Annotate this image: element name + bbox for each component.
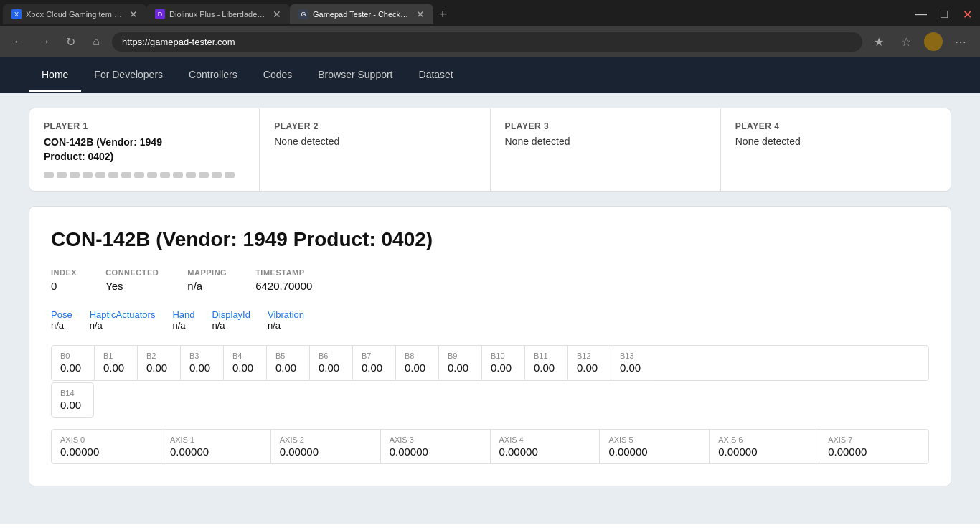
- tab-1-close[interactable]: ✕: [129, 9, 138, 20]
- mapping-value: n/a: [187, 280, 227, 292]
- mapping-label: MAPPING: [187, 268, 227, 277]
- button-b5: B5 0.00: [267, 346, 310, 380]
- player-card-1[interactable]: PLAYER 1 CON-142B (Vendor: 1949 Product:…: [29, 108, 260, 191]
- window-controls: — □ ✕: [911, 4, 977, 24]
- dot: [173, 172, 183, 178]
- axis-3: AXIS 3 0.00000: [381, 430, 491, 463]
- info-timestamp: TIMESTAMP 6420.70000: [255, 268, 312, 292]
- close-button[interactable]: ✕: [957, 4, 977, 24]
- buttons-b14-row: B14 0.00: [51, 382, 929, 418]
- prop-displayid[interactable]: DisplayIdn/a: [212, 309, 250, 331]
- profile-icon[interactable]: [923, 31, 944, 52]
- dot: [134, 172, 144, 178]
- back-button[interactable]: ←: [9, 32, 29, 52]
- index-label: INDEX: [51, 268, 77, 277]
- gamepad-info: CON-142B (Vendor: 1949 Product: 0402) IN…: [29, 206, 951, 486]
- dot: [199, 172, 209, 178]
- button-b4: B4 0.00: [224, 346, 267, 380]
- avatar: [924, 32, 943, 51]
- prop-vibration[interactable]: Vibrationn/a: [268, 309, 304, 331]
- button-b9: B9 0.00: [439, 346, 482, 380]
- page-wrapper: PLAYER 1 CON-142B (Vendor: 1949 Product:…: [0, 93, 980, 528]
- player-cards: PLAYER 1 CON-142B (Vendor: 1949 Product:…: [29, 108, 951, 192]
- axes-section: AXIS 0 0.00000 AXIS 1 0.00000 AXIS 2 0.0…: [51, 429, 929, 464]
- axis-0: AXIS 0 0.00000: [52, 430, 161, 463]
- nav-codes[interactable]: Codes: [250, 59, 305, 92]
- index-value: 0: [51, 280, 77, 292]
- dot: [95, 172, 105, 178]
- prop-hand[interactable]: Handn/a: [172, 309, 194, 331]
- timestamp-value: 6420.70000: [255, 280, 312, 292]
- prop-links: Posen/a HapticActuatorsn/a Handn/a Displ…: [51, 309, 929, 331]
- tab-3-favicon: G: [298, 9, 308, 19]
- info-index: INDEX 0: [51, 268, 77, 292]
- button-b1: B1 0.00: [95, 346, 138, 380]
- dot: [212, 172, 222, 178]
- dot: [108, 172, 118, 178]
- tab-3-close[interactable]: ✕: [416, 9, 425, 20]
- player-1-name: CON-142B (Vendor: 1949 Product: 0402): [44, 136, 245, 164]
- player-1-label: PLAYER 1: [44, 121, 245, 131]
- player-2-none: None detected: [274, 136, 475, 147]
- prop-haptic[interactable]: HapticActuatorsn/a: [90, 309, 156, 331]
- info-grid: INDEX 0 CONNECTED Yes MAPPING n/a TIMEST…: [51, 268, 929, 292]
- nav-home[interactable]: Home: [29, 59, 81, 92]
- new-tab-button[interactable]: +: [433, 7, 453, 22]
- dot: [57, 172, 67, 178]
- info-mapping: MAPPING n/a: [187, 268, 227, 292]
- connected-label: CONNECTED: [105, 268, 159, 277]
- player-card-2[interactable]: PLAYER 2 None detected: [260, 108, 490, 191]
- nav-links: Home For Developers Controllers Codes Br…: [29, 59, 466, 92]
- address-bar: ← → ↻ ⌂ ★ ☆ ⋯: [0, 26, 980, 57]
- player-1-dots: [44, 172, 245, 178]
- player-3-none: None detected: [505, 136, 706, 147]
- button-b13: B13 0.00: [611, 346, 654, 380]
- dot: [44, 172, 54, 178]
- tab-3[interactable]: G Gamepad Tester - Check Cont... ✕: [290, 4, 433, 24]
- button-b0: B0 0.00: [52, 346, 95, 380]
- favorites-icon[interactable]: ☆: [895, 31, 917, 52]
- tab-1-title: Xbox Cloud Gaming tem grán...: [26, 10, 122, 19]
- menu-button[interactable]: ⋯: [950, 31, 971, 52]
- nav-controllers[interactable]: Controllers: [176, 59, 250, 92]
- player-3-label: PLAYER 3: [505, 121, 706, 131]
- dot: [70, 172, 80, 178]
- button-b10: B10 0.00: [482, 346, 525, 380]
- toolbar-icons: ★ ☆ ⋯: [868, 31, 971, 52]
- button-b8: B8 0.00: [396, 346, 439, 380]
- button-b11: B11 0.00: [525, 346, 568, 380]
- dot: [121, 172, 131, 178]
- nav-dataset[interactable]: Dataset: [406, 59, 466, 92]
- tab-2-title: Diolinux Plus - Liberdade de...: [169, 10, 265, 19]
- buttons-grid: B0 0.00 B1 0.00 B2 0.00 B3 0.00: [51, 345, 929, 381]
- button-b2: B2 0.00: [138, 346, 181, 380]
- player-card-3[interactable]: PLAYER 3 None detected: [491, 108, 721, 191]
- maximize-button[interactable]: □: [934, 4, 954, 24]
- site-nav: Home For Developers Controllers Codes Br…: [0, 57, 980, 93]
- nav-for-developers[interactable]: For Developers: [81, 59, 176, 92]
- axis-2: AXIS 2 0.00000: [271, 430, 381, 463]
- tab-1[interactable]: X Xbox Cloud Gaming tem grán... ✕: [3, 4, 146, 24]
- home-button[interactable]: ⌂: [86, 32, 106, 52]
- tab-3-title: Gamepad Tester - Check Cont...: [313, 10, 409, 19]
- player-4-none: None detected: [735, 136, 936, 147]
- info-connected: CONNECTED Yes: [105, 268, 159, 292]
- dot: [186, 172, 196, 178]
- dot: [225, 172, 235, 178]
- connected-value: Yes: [105, 280, 159, 292]
- tab-2-close[interactable]: ✕: [273, 9, 281, 20]
- axis-4: AXIS 4 0.00000: [491, 430, 600, 463]
- player-card-4[interactable]: PLAYER 4 None detected: [721, 108, 951, 191]
- axis-5: AXIS 5 0.00000: [600, 430, 710, 463]
- tab-2[interactable]: D Diolinux Plus - Liberdade de... ✕: [146, 4, 290, 24]
- forward-button[interactable]: →: [34, 32, 55, 52]
- extensions-icon[interactable]: ★: [868, 31, 890, 52]
- buttons-section: B0 0.00 B1 0.00 B2 0.00 B3 0.00: [51, 345, 929, 418]
- url-input[interactable]: [112, 32, 862, 52]
- prop-pose[interactable]: Posen/a: [51, 309, 72, 331]
- main-content: PLAYER 1 CON-142B (Vendor: 1949 Product:…: [0, 93, 980, 524]
- gamepad-title: CON-142B (Vendor: 1949 Product: 0402): [51, 228, 929, 251]
- minimize-button[interactable]: —: [911, 4, 931, 24]
- reload-button[interactable]: ↻: [60, 32, 80, 52]
- nav-browser-support[interactable]: Browser Support: [305, 59, 405, 92]
